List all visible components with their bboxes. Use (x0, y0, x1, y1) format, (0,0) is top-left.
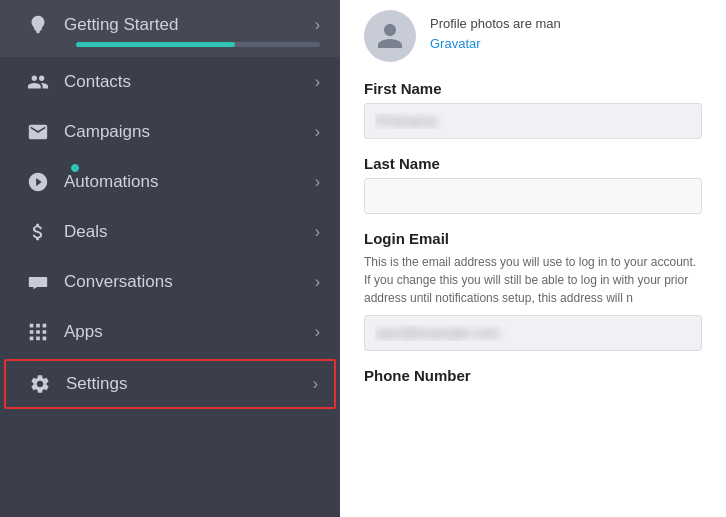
sidebar-item-automations[interactable]: Automations › (0, 157, 340, 207)
avatar (364, 10, 416, 62)
sidebar-item-conversations[interactable]: Conversations › (0, 257, 340, 307)
sidebar-item-label: Campaigns (64, 122, 315, 142)
profile-photo-text: Profile photos are man Gravatar (430, 10, 561, 53)
gravatar-link[interactable]: Gravatar (430, 36, 481, 51)
main-panel: Profile photos are man Gravatar First Na… (340, 0, 726, 517)
contacts-icon (20, 71, 56, 93)
login-email-input[interactable] (364, 315, 702, 351)
sidebar-item-getting-started[interactable]: Getting Started › (0, 0, 340, 57)
chevron-right-icon: › (315, 173, 320, 191)
last-name-input[interactable] (364, 178, 702, 214)
phone-number-label: Phone Number (364, 367, 702, 384)
deals-icon (20, 221, 56, 243)
chevron-right-icon: › (315, 16, 320, 34)
sidebar-item-deals[interactable]: Deals › (0, 207, 340, 257)
progress-bar (76, 42, 320, 47)
settings-icon (22, 373, 58, 395)
last-name-section: Last Name (364, 155, 702, 214)
phone-number-section: Phone Number (364, 367, 702, 384)
sidebar-item-apps[interactable]: Apps › (0, 307, 340, 357)
progress-fill (76, 42, 235, 47)
sidebar-item-label: Deals (64, 222, 315, 242)
chevron-right-icon: › (315, 73, 320, 91)
first-name-section: First Name (364, 80, 702, 139)
first-name-label: First Name (364, 80, 702, 97)
conversations-icon (20, 271, 56, 293)
automations-icon (20, 171, 56, 193)
sidebar-item-label: Apps (64, 322, 315, 342)
sidebar-item-label: Settings (66, 374, 313, 394)
login-email-section: Login Email This is the email address yo… (364, 230, 702, 351)
sidebar-item-label: Getting Started (64, 15, 315, 35)
avatar-icon (375, 21, 405, 51)
chevron-right-icon: › (315, 123, 320, 141)
sidebar-item-label: Contacts (64, 72, 315, 92)
profile-header: Profile photos are man Gravatar (364, 10, 702, 62)
chevron-right-icon: › (315, 223, 320, 241)
chevron-right-icon: › (315, 273, 320, 291)
sidebar-item-campaigns[interactable]: Campaigns › (0, 107, 340, 157)
sidebar: Getting Started › Contacts › Campaigns › (0, 0, 340, 517)
sidebar-item-label: Conversations (64, 272, 315, 292)
login-email-label: Login Email (364, 230, 702, 247)
lightbulb-icon (20, 14, 56, 36)
apps-icon (20, 321, 56, 343)
last-name-label: Last Name (364, 155, 702, 172)
chevron-right-icon: › (315, 323, 320, 341)
sidebar-item-settings[interactable]: Settings › (4, 359, 336, 409)
sidebar-item-contacts[interactable]: Contacts › (0, 57, 340, 107)
chevron-right-icon: › (313, 375, 318, 393)
first-name-input[interactable] (364, 103, 702, 139)
campaigns-icon (20, 121, 56, 143)
login-email-desc: This is the email address you will use t… (364, 253, 702, 307)
notification-dot (68, 161, 82, 175)
sidebar-item-label: Automations (64, 172, 315, 192)
